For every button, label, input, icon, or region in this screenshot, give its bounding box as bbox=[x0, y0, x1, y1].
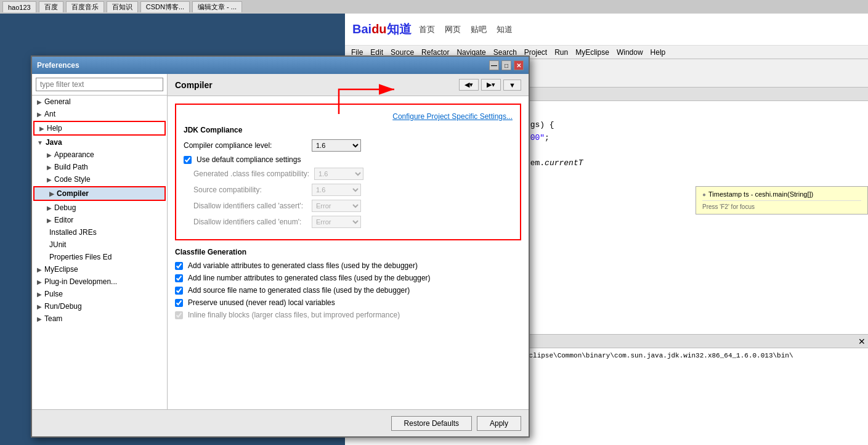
preferences-header: Compiler ◀▾ ▶▾ ▼ bbox=[168, 74, 529, 96]
menu-run[interactable]: Run bbox=[551, 47, 572, 58]
menu-window[interactable]: Window bbox=[613, 47, 647, 58]
disallow-enum-row: Disallow identifiers called 'enum': Erro… bbox=[184, 216, 513, 228]
classfile-checkbox-3[interactable] bbox=[175, 287, 183, 295]
tree-item-plugindev[interactable]: ▶ Plug-in Developmen... bbox=[32, 276, 167, 288]
disallow-enum-select: Error bbox=[312, 216, 361, 228]
preferences-sidebar: ▶ General ▶ Ant ▶ Help ▼ Java bbox=[32, 74, 168, 409]
classfile-cb-2: Add line number attributes to generated … bbox=[175, 274, 521, 282]
source-compat-label: Source compatibility: bbox=[184, 186, 307, 194]
tree-item-junit[interactable]: JUnit bbox=[32, 239, 167, 251]
tree-arrow-general: ▶ bbox=[37, 99, 42, 105]
tree-item-editor[interactable]: ▶ Editor bbox=[32, 214, 167, 226]
preferences-content: Compiler ◀▾ ▶▾ ▼ Configure Project Speci… bbox=[168, 74, 529, 409]
tree-item-team[interactable]: ▶ Team bbox=[32, 312, 167, 325]
tree-item-buildpath[interactable]: ▶ Build Path bbox=[32, 161, 167, 173]
dialog-close-button[interactable]: ✕ bbox=[514, 60, 524, 70]
menu-myeclipse[interactable]: MyEclipse bbox=[572, 47, 613, 58]
tree-arrow-codestyle: ▶ bbox=[47, 176, 52, 183]
tooltip-title: Timestamp ts - ceshi.main(String[]) bbox=[708, 190, 813, 198]
disallow-assert-select: Error bbox=[312, 200, 361, 212]
classfile-cb-3: Add source file name to generated class … bbox=[175, 286, 521, 295]
tree-item-appearance[interactable]: ▶ Appearance bbox=[32, 149, 167, 161]
nav-web[interactable]: 网页 bbox=[445, 24, 461, 35]
tree-item-installedjres[interactable]: Installed JREs bbox=[32, 226, 167, 239]
tree-item-java[interactable]: ▼ Java bbox=[32, 136, 167, 149]
preferences-nav: ◀▾ ▶▾ ▼ bbox=[459, 79, 521, 91]
disallow-enum-label: Disallow identifiers called 'enum': bbox=[184, 218, 307, 226]
tree-arrow-java: ▼ bbox=[37, 139, 43, 146]
console-close-icon[interactable]: ✕ bbox=[858, 337, 866, 346]
tree-item-compiler[interactable]: ▶ Compiler bbox=[34, 187, 164, 200]
menu-help[interactable]: Help bbox=[647, 47, 670, 58]
generated-class-row: Generated .class files compatibility: 1.… bbox=[184, 168, 513, 180]
baidu-logo: Baidu知道 bbox=[352, 21, 412, 38]
tree-arrow-appearance: ▶ bbox=[47, 152, 52, 158]
preferences-main: Configure Project Specific Settings... J… bbox=[168, 96, 529, 409]
disallow-assert-row: Disallow identifiers called 'assert': Er… bbox=[184, 200, 513, 212]
tree-item-help[interactable]: ▶ Help bbox=[34, 122, 164, 134]
use-default-checkbox[interactable] bbox=[184, 156, 192, 164]
tree-arrow-editor: ▶ bbox=[47, 217, 52, 224]
dialog-titlebar: Preferences — □ ✕ bbox=[32, 57, 529, 74]
use-default-label: Use default compliance settings bbox=[197, 155, 301, 164]
classfile-checkbox-4[interactable] bbox=[175, 299, 183, 307]
dialog-maximize-button[interactable]: □ bbox=[501, 60, 511, 70]
browser-tab-csdn[interactable]: CSDN博客... bbox=[140, 1, 190, 12]
classfile-cb-5: Inline finally blocks (larger class file… bbox=[175, 311, 521, 319]
source-compat-row: Source compatibility: 1.6 bbox=[184, 184, 513, 196]
nav-forward-button[interactable]: ▶▾ bbox=[481, 79, 501, 91]
browser-tab-hao123[interactable]: hao123 bbox=[2, 1, 36, 12]
jdk-compliance-title: JDK Compliance bbox=[184, 126, 513, 134]
nav-back-button[interactable]: ◀▾ bbox=[459, 79, 479, 91]
tree-arrow-pulse: ▶ bbox=[37, 291, 42, 298]
classfile-checkbox-1[interactable] bbox=[175, 262, 183, 270]
tree-item-rundebug[interactable]: ▶ Run/Debug bbox=[32, 300, 167, 312]
filter-input[interactable] bbox=[36, 78, 163, 91]
tree-arrow-team: ▶ bbox=[37, 316, 42, 322]
tree-arrow-plugindev: ▶ bbox=[37, 279, 42, 285]
preferences-dialog: Preferences — □ ✕ ▶ General ▶ bbox=[31, 55, 530, 438]
compiler-compliance-label: Compiler compliance level: bbox=[184, 141, 307, 150]
restore-defaults-button[interactable]: Restore Defaults bbox=[391, 416, 472, 431]
disallow-assert-label: Disallow identifiers called 'assert': bbox=[184, 202, 307, 210]
nav-menu-button[interactable]: ▼ bbox=[503, 80, 521, 91]
tree-item-general[interactable]: ▶ General bbox=[32, 96, 167, 108]
classfile-cb-1: Add variable attributes to generated cla… bbox=[175, 261, 521, 270]
classfile-cb-4: Preserve unused (never read) local varia… bbox=[175, 298, 521, 307]
tree-arrow-help: ▶ bbox=[39, 125, 44, 132]
code-tooltip: ● Timestamp ts - ceshi.main(String[]) Pr… bbox=[696, 186, 868, 214]
nav-tieba[interactable]: 贴吧 bbox=[471, 24, 487, 35]
tooltip-footer: Press 'F2' for focus bbox=[702, 200, 861, 210]
compiler-compliance-row: Compiler compliance level: 1.6 bbox=[184, 139, 513, 152]
tree-item-ant[interactable]: ▶ Ant bbox=[32, 108, 167, 120]
classfile-generation-title: Classfile Generation bbox=[175, 248, 521, 256]
tree-item-pulse[interactable]: ▶ Pulse bbox=[32, 288, 167, 300]
browser-tab-baidumusic[interactable]: 百度音乐 bbox=[66, 1, 104, 12]
tree-arrow-myeclipse: ▶ bbox=[37, 266, 42, 273]
browser-tab-edit[interactable]: 编辑文章 - ... bbox=[192, 1, 242, 12]
apply-button[interactable]: Apply bbox=[477, 416, 521, 431]
tree-item-codestyle[interactable]: ▶ Code Style bbox=[32, 173, 167, 186]
tree-arrow-debug: ▶ bbox=[47, 205, 52, 211]
source-compat-select: 1.6 bbox=[312, 184, 361, 196]
tree-item-propertiesfiles[interactable]: Properties Files Ed bbox=[32, 251, 167, 263]
dialog-title: Preferences bbox=[37, 61, 79, 70]
preferences-header-title: Compiler bbox=[175, 80, 213, 90]
generated-class-label: Generated .class files compatibility: bbox=[184, 169, 309, 178]
compiler-compliance-select[interactable]: 1.6 bbox=[312, 139, 361, 152]
configure-link[interactable]: Configure Project Specific Settings... bbox=[184, 112, 513, 121]
tree-arrow-compiler: ▶ bbox=[49, 190, 54, 197]
dialog-minimize-button[interactable]: — bbox=[489, 60, 499, 70]
tree-arrow-rundebug: ▶ bbox=[37, 303, 42, 310]
nav-zhidao[interactable]: 知道 bbox=[497, 24, 513, 35]
classfile-generation-section: Classfile Generation Add variable attrib… bbox=[175, 248, 521, 319]
tree-item-debug[interactable]: ▶ Debug bbox=[32, 202, 167, 214]
use-default-row: Use default compliance settings bbox=[184, 155, 513, 164]
tree-arrow-buildpath: ▶ bbox=[47, 164, 52, 171]
browser-tab-baidu[interactable]: 百度 bbox=[39, 1, 63, 12]
classfile-checkbox-2[interactable] bbox=[175, 274, 183, 282]
dialog-footer: Restore Defaults Apply bbox=[32, 409, 529, 436]
tree-item-myeclipse[interactable]: ▶ MyEclipse bbox=[32, 263, 167, 276]
browser-tab-zhishi[interactable]: 百知识 bbox=[107, 1, 138, 12]
nav-homepage[interactable]: 首页 bbox=[419, 24, 435, 35]
